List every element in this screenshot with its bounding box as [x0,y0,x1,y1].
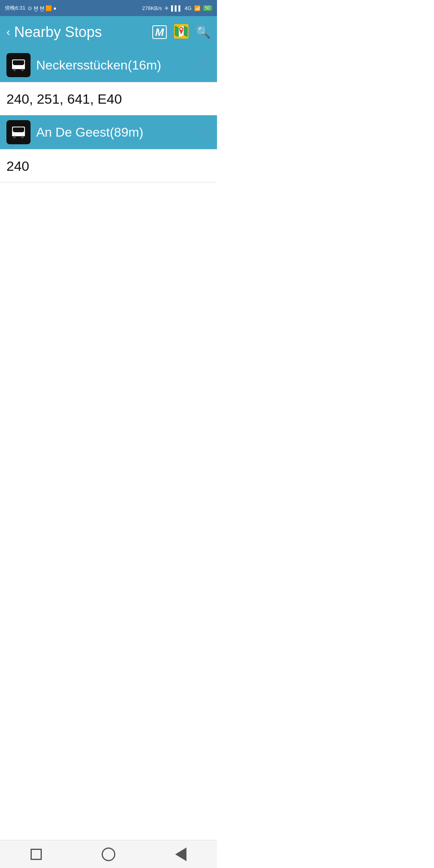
bluetooth-icon: ✳ [164,5,169,11]
stop-header-1[interactable]: Neckersstücken(16m) ♡ [0,48,217,82]
stop-name-1: Neckersstücken(16m) [36,58,199,73]
metro-icon[interactable]: M [152,25,167,39]
time-display: 傍晚6:31 [5,4,25,12]
svg-point-18 [21,136,24,138]
favorite-button-2[interactable]: ♡ [199,126,211,139]
routes-text-2: 240 [6,158,29,174]
svg-point-11 [21,69,24,71]
app-bar: ‹ Nearby Stops M 🔍 [0,16,217,48]
bus-icon-2 [6,120,31,144]
battery-icon: 50 [203,5,212,11]
page-title: Nearby Stops [14,24,152,41]
wifi-icon: 📶 [194,5,201,11]
app-bar-actions: M 🔍 [152,24,211,41]
svg-rect-20 [23,131,25,134]
empty-content [0,182,217,464]
svg-point-6 [180,28,182,30]
routes-row-1: 240, 251, 641, E40 [0,82,217,115]
svg-marker-3 [184,26,188,37]
bus-svg-1 [10,57,27,73]
svg-rect-16 [13,127,24,132]
signal-bars-icon: ▌▌▌ [171,5,182,11]
status-icons: ⊙ M̲ M̲ 🟧 ● [28,5,56,11]
favorite-button-1[interactable]: ♡ [199,59,211,72]
bus-svg-2 [10,124,27,140]
stop-name-2: An De Geest(89m) [36,125,199,140]
bus-icon-1 [6,53,31,77]
network-type: 4G [184,5,191,11]
svg-rect-19 [12,131,14,134]
stop-header-2[interactable]: An De Geest(89m) ♡ [0,115,217,149]
svg-rect-9 [13,60,24,65]
routes-text-1: 240, 251, 641, E40 [6,91,122,106]
maps-icon[interactable] [174,24,188,41]
search-icon[interactable]: 🔍 [196,26,211,38]
status-right-icons: 278KB/s ✳ ▌▌▌ 4G 📶 50 [142,5,213,11]
status-bar: 傍晚6:31 ⊙ M̲ M̲ 🟧 ● 278KB/s ✳ ▌▌▌ 4G 📶 50 [0,0,217,16]
svg-marker-1 [175,26,179,37]
svg-point-17 [13,136,16,138]
svg-rect-13 [23,64,25,67]
routes-row-2: 240 [0,149,217,182]
svg-point-10 [13,69,16,71]
network-speed: 278KB/s [142,5,162,11]
status-time: 傍晚6:31 ⊙ M̲ M̲ 🟧 ● [5,4,57,12]
svg-rect-12 [12,64,14,67]
back-button[interactable]: ‹ [6,27,10,38]
